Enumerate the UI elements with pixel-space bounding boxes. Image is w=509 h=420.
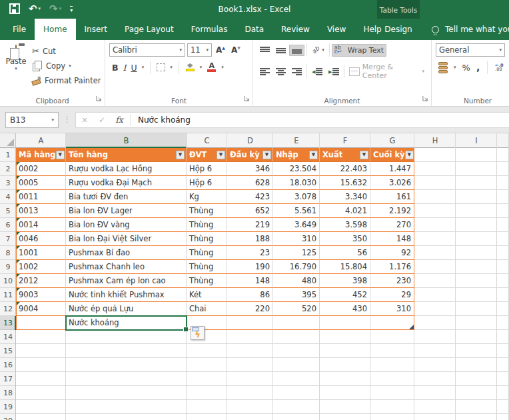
cell-H5[interactable] [414,204,456,218]
cell-G11[interactable]: 29 [370,288,414,302]
undo-button[interactable]: ↶▾ [29,3,41,14]
cell-E8[interactable]: 125 [273,246,320,260]
cell-I12[interactable] [456,302,497,316]
cell-sliver-12[interactable] [497,302,509,316]
cell-B12[interactable]: Nước ép quả Lựu [66,302,187,316]
cell-C6[interactable]: Thùng [187,218,227,232]
cell-I17[interactable] [456,372,497,386]
cell-I10[interactable] [456,274,497,288]
cell-D6[interactable]: 219 [227,218,273,232]
tab-review[interactable]: Review [272,19,318,40]
tab-view[interactable]: View [318,19,354,40]
cell-E1[interactable]: Nhập▼ [273,148,320,162]
cell-G19[interactable] [370,400,414,414]
cell-D16[interactable] [227,358,273,372]
col-header-H[interactable]: H [414,133,456,148]
cell-H4[interactable] [414,190,456,204]
cell-H10[interactable] [414,274,456,288]
decrease-indent-button[interactable]: ◀ [309,66,325,77]
cell-B7[interactable]: Bia lon Đại Việt Silver [66,232,187,246]
row-header-17[interactable]: 17 [0,372,16,386]
cell-A5[interactable]: 0013 [16,204,66,218]
cell-F10[interactable]: 398 [320,274,370,288]
font-name-combo[interactable]: Calibri ▾ [109,43,185,57]
cell-C3[interactable]: Hộp 6 [187,176,227,190]
col-header-sliver[interactable] [497,133,509,148]
filter-button[interactable]: ▼ [217,151,225,159]
cell-G6[interactable]: 270 [370,218,414,232]
cell-E9[interactable]: 16.790 [273,260,320,274]
cell-H20[interactable] [414,414,456,420]
tab-insert[interactable]: Insert [76,19,116,40]
cell-sliver-5[interactable] [497,204,509,218]
number-format-combo[interactable]: General ▾ [436,43,505,57]
cell-E13[interactable] [273,316,320,330]
filter-button[interactable]: ▼ [360,151,368,159]
cell-A16[interactable] [16,358,66,372]
cell-C2[interactable]: Hộp 6 [187,162,227,176]
row-header-14[interactable]: 14 [0,330,16,344]
row-header-3[interactable]: 3 [0,176,16,190]
align-right-button[interactable] [289,66,304,77]
cell-B11[interactable]: Nước tinh khiết Pushmax [66,288,187,302]
cell-D13[interactable] [227,316,273,330]
orientation-button[interactable]: ab▾ [309,45,327,55]
cell-F12[interactable]: 430 [320,302,370,316]
cell-F19[interactable] [320,400,370,414]
row-header-6[interactable]: 6 [0,218,16,232]
row-header-2[interactable]: 2 [0,162,16,176]
cell-sliver-15[interactable] [497,344,509,358]
cell-B19[interactable] [66,400,187,414]
col-header-E[interactable]: E [273,133,320,148]
cell-D18[interactable] [227,386,273,400]
cell-E18[interactable] [273,386,320,400]
cell-G12[interactable]: 310 [370,302,414,316]
cell-I19[interactable] [456,400,497,414]
cell-D14[interactable] [227,330,273,344]
cell-sliver-14[interactable] [497,330,509,344]
cell-I2[interactable] [456,162,497,176]
cell-E15[interactable] [273,344,320,358]
comma-style-button[interactable]: , [476,62,480,73]
tab-formulas[interactable]: Formulas [183,19,237,40]
clipboard-dialog-launcher[interactable] [96,95,102,103]
row-header-13[interactable]: 13 [0,316,16,330]
cell-B6[interactable]: Bia lon ĐV vàng [66,218,187,232]
cell-I16[interactable] [456,358,497,372]
cell-A9[interactable]: 1002 [16,260,66,274]
cell-H3[interactable] [414,176,456,190]
cell-A17[interactable] [16,372,66,386]
cell-C17[interactable] [187,372,227,386]
fill-color-button[interactable] [185,63,195,71]
cell-G13[interactable] [370,316,414,330]
percent-style-button[interactable]: % [462,63,470,73]
filter-button[interactable]: ▼ [262,151,271,159]
bottom-align-button[interactable] [289,45,304,56]
underline-dropdown-icon[interactable]: ▾ [142,65,145,70]
cell-F7[interactable]: 350 [320,232,370,246]
cell-sliver-17[interactable] [497,372,509,386]
font-dialog-launcher[interactable] [244,95,250,103]
cell-H8[interactable] [414,246,456,260]
col-header-D[interactable]: D [227,133,273,148]
cell-C16[interactable] [187,358,227,372]
cell-H16[interactable] [414,358,456,372]
row-header-20[interactable]: 20 [0,414,16,420]
cell-sliver-3[interactable] [497,176,509,190]
cell-G1[interactable]: Cuối kỳ▼ [370,148,414,162]
cell-E11[interactable]: 395 [273,288,320,302]
cell-A6[interactable]: 0014 [16,218,66,232]
cell-B16[interactable] [66,358,187,372]
cell-sliver-9[interactable] [497,260,509,274]
cell-E5[interactable]: 5.561 [273,204,320,218]
cell-H14[interactable] [414,330,456,344]
cell-C1[interactable]: ĐVT▼ [187,148,227,162]
cell-H17[interactable] [414,372,456,386]
cell-E16[interactable] [273,358,320,372]
cell-C12[interactable]: Chai [187,302,227,316]
copy-dropdown-icon[interactable]: ▾ [69,63,71,69]
top-align-button[interactable] [257,45,272,56]
cell-D5[interactable]: 652 [227,204,273,218]
cell-F13[interactable] [320,316,370,330]
cell-B20[interactable] [66,414,187,420]
